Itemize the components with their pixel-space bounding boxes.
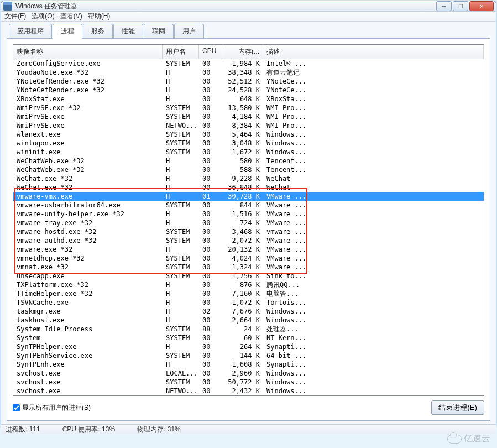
table-row[interactable]: vmware-vmx.exeH0130,728 KVMware ... [13,192,484,201]
cell-desc: VMware ... [263,218,484,227]
cell-memory: 588 K [223,165,263,174]
minimize-button[interactable]: ─ [436,1,452,11]
cell-cpu: 00 [199,121,223,130]
table-row[interactable]: unsecapp.exeSYSTEM001,756 KSink to... [13,272,484,280]
cell-name: vmware-tray.exe *32 [13,218,163,227]
col-image-name[interactable]: 映像名称 [13,45,163,59]
table-row[interactable]: WmiPrvSE.exeSYSTEM004,184 KWMI Pro... [13,112,484,121]
table-row[interactable]: vmware-unity-helper.exe *32H001,516 KVMw… [13,210,484,218]
table-row[interactable]: wininit.exeSYSTEM001,672 KWindows... [13,148,484,157]
show-all-users-checkbox[interactable]: 显示所有用户的进程(S) [13,403,91,413]
table-row[interactable]: YNoteCefRender.exe *32H0052,512 KYNoteCe… [13,77,484,86]
table-row[interactable]: XBoxStat.exeH00648 KXBoxSta... [13,95,484,103]
table-row[interactable]: wlanext.exeSYSTEM005,464 KWindows... [13,130,484,139]
cell-cpu: 00 [199,334,223,342]
cell-desc: Sink to... [263,272,484,280]
table-row[interactable]: TTimeHelper.exe *32H007,160 K电脑管... [13,289,484,298]
cell-cpu: 00 [199,95,223,103]
table-row[interactable]: vmnat.exe *32SYSTEM001,324 KVMware ... [13,263,484,272]
cell-desc: Tortois... [263,298,484,307]
tab-users[interactable]: 用户 [174,24,204,38]
cell-memory: 8,384 K [223,121,263,130]
table-row[interactable]: TXPlatform.exe *32H00876 K腾讯QQ... [13,280,484,289]
table-row[interactable]: YoudaoNote.exe *32H0038,348 K有道云笔记 [13,68,484,77]
table-row[interactable]: SynTPEnh.exeH001,608 KSynapti... [13,360,484,369]
tab-services[interactable]: 服务 [83,24,113,38]
table-row[interactable]: vmware.exe *32H0020,132 KVMware ... [13,245,484,254]
cell-user: H [163,86,199,95]
table-row[interactable]: SynTPHelper.exeH00264 KSynapti... [13,342,484,351]
cell-name: YNoteCefRender.exe *32 [13,77,163,86]
table-row[interactable]: WeChat.exe *32H0036,848 KWeChat [13,183,484,192]
menu-options[interactable]: 选项(O) [32,12,54,21]
table-row[interactable]: WeChatWeb.exe *32H00580 KTencent... [13,157,484,165]
cell-memory: 724 K [223,218,263,227]
end-process-button[interactable]: 结束进程(E) [431,400,484,415]
cell-memory: 580 K [223,157,263,165]
col-description[interactable]: 描述 [263,45,484,59]
tab-processes[interactable]: 进程 [53,24,82,39]
cell-desc: 处理器... [263,325,484,334]
process-list[interactable]: 映像名称 用户名 CPU 内存(... 描述 ZeroConfigService… [13,44,484,396]
table-row[interactable]: SynTPEnhService.exeSYSTEM00144 K64-bit .… [13,351,484,360]
titlebar[interactable]: Windows 任务管理器 ─ ☐ ✕ [1,1,496,12]
show-all-checkbox-input[interactable] [13,404,20,411]
table-row[interactable]: System Idle ProcessSYSTEM8824 K处理器... [13,325,484,334]
table-row[interactable]: svchost.exeLOCAL...002,960 KWindows... [13,369,484,378]
cell-cpu: 00 [199,165,223,174]
cell-name: wininit.exe [13,148,163,157]
cell-desc: Windows... [263,387,484,395]
table-row[interactable]: taskhost.exeH002,664 KWindows... [13,316,484,325]
cell-memory: 1,516 K [223,210,263,218]
col-user[interactable]: 用户名 [163,45,199,59]
table-row[interactable]: ZeroConfigService.exeSYSTEM001,984 KInte… [13,59,484,68]
table-row[interactable]: YNoteCefRender.exe *32H0024,528 KYNoteCe… [13,86,484,95]
cell-cpu: 00 [199,183,223,192]
cell-cpu: 00 [199,236,223,245]
cell-user: H [163,280,199,289]
cell-cpu: 00 [199,68,223,77]
table-row[interactable]: WeChat.exe *32H009,228 KWeChat [13,174,484,183]
menu-help[interactable]: 帮助(H) [88,12,111,21]
cell-user: SYSTEM [163,334,199,342]
table-row[interactable]: WmiPrvSE.exeNETWO...008,384 KWMI Pro... [13,121,484,130]
cell-name: SynTPEnh.exe [13,360,163,369]
tab-applications[interactable]: 应用程序 [9,24,52,38]
cell-cpu: 00 [199,139,223,148]
table-row[interactable]: SystemSYSTEM0060 KNT Kern... [13,334,484,342]
col-memory[interactable]: 内存(... [223,45,263,59]
table-row[interactable]: taskmgr.exeH027,676 KWindows... [13,307,484,316]
table-row[interactable]: WmiPrvSE.exe *32SYSTEM0013,580 KWMI Pro.… [13,103,484,112]
cell-desc: 有道云笔记 [263,68,484,77]
cell-user: H [163,165,199,174]
table-row[interactable]: winlogon.exeSYSTEM003,048 KWindows... [13,139,484,148]
table-row[interactable]: vmware-authd.exe *32SYSTEM002,072 KVMwar… [13,236,484,245]
table-row[interactable]: svchost.exeNETWO...002,432 KWindows... [13,387,484,395]
cell-user: SYSTEM [163,272,199,280]
table-row[interactable]: vmware-hostd.exe *32SYSTEM003,468 Kvmwar… [13,227,484,236]
menu-file[interactable]: 文件(F) [4,12,26,21]
menu-view[interactable]: 查看(V) [60,12,82,21]
tab-performance[interactable]: 性能 [113,24,143,38]
col-cpu[interactable]: CPU [199,45,223,59]
tab-network[interactable]: 联网 [144,24,174,38]
table-row[interactable]: svchost.exeSYSTEM0050,772 KWindows... [13,378,484,387]
cell-desc: Windows... [263,369,484,378]
cell-cpu: 00 [199,378,223,387]
maximize-button[interactable]: ☐ [453,1,468,11]
table-row[interactable]: WeChatWeb.exe *32H00588 KTencent... [13,165,484,174]
show-all-label: 显示所有用户的进程(S) [22,403,91,413]
cell-desc: VMware ... [263,210,484,218]
close-button[interactable]: ✕ [469,1,494,11]
cell-name: System [13,334,163,342]
cell-memory: 36,848 K [223,183,263,192]
cell-memory: 2,432 K [223,387,263,395]
cell-name: WeChat.exe *32 [13,183,163,192]
cell-user: SYSTEM [163,325,199,334]
cell-cpu: 00 [199,77,223,86]
table-row[interactable]: TSVNCache.exeH001,072 KTortois... [13,298,484,307]
table-row[interactable]: vmware-tray.exe *32H00724 KVMware ... [13,218,484,227]
table-row[interactable]: vmnetdhcp.exe *32SYSTEM004,024 KVMware .… [13,254,484,263]
cell-desc: VMware ... [263,201,484,210]
table-row[interactable]: vmware-usbarbitrator64.exeSYSTEM00844 KV… [13,201,484,210]
